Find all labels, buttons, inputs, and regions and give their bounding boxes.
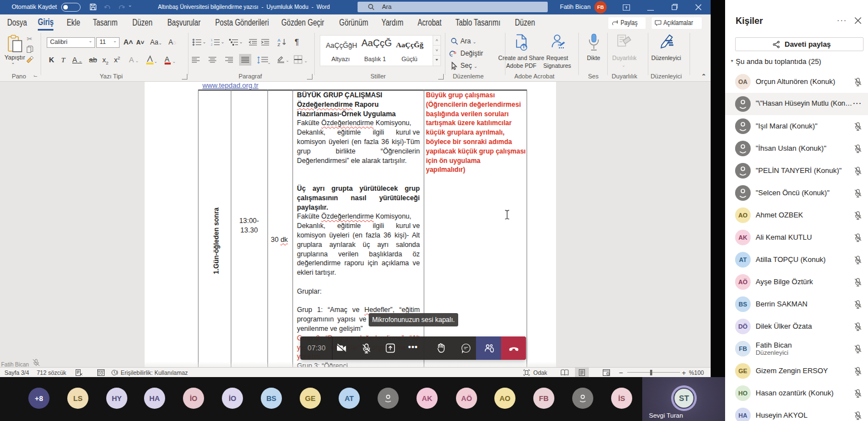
svg-text:A: A bbox=[165, 55, 170, 63]
svg-text:2: 2 bbox=[211, 43, 212, 46]
svg-text:1: 1 bbox=[211, 38, 212, 42]
svg-text:c: c bbox=[450, 53, 453, 57]
svg-text:x: x bbox=[558, 43, 560, 47]
svg-text:⌄: ⌄ bbox=[267, 61, 270, 65]
svg-text:⌄: ⌄ bbox=[304, 59, 307, 63]
svg-text:b: b bbox=[454, 50, 457, 55]
svg-text:⌄: ⌄ bbox=[286, 58, 289, 62]
svg-text:⌄: ⌄ bbox=[154, 60, 157, 63]
svg-text:⌄: ⌄ bbox=[172, 60, 176, 63]
svg-text:Z: Z bbox=[277, 42, 280, 47]
